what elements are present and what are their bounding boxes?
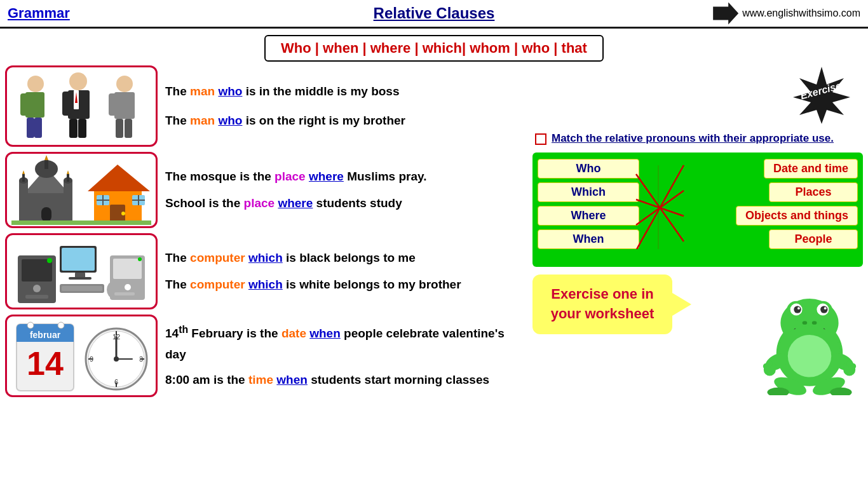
arrow-icon: [713, 3, 738, 25]
match-columns: Who Which Where When: [538, 159, 858, 249]
svg-text:6: 6: [114, 378, 118, 386]
building-text: The mosque is the place where Muslims pr…: [165, 166, 526, 214]
grammar-link[interactable]: Grammar: [8, 5, 70, 22]
example-people: The man who is in the middle is my boss …: [5, 65, 526, 147]
svg-rect-29: [64, 180, 72, 222]
svg-marker-28: [22, 170, 25, 174]
svg-marker-32: [67, 170, 69, 174]
svg-point-110: [767, 361, 773, 367]
match-instruction: Match the relative pronouns with their a…: [532, 132, 863, 145]
match-item-date-time[interactable]: Date and time: [764, 159, 858, 179]
svg-text:3: 3: [139, 355, 143, 363]
match-item-places[interactable]: Places: [769, 182, 858, 202]
svg-rect-53: [69, 277, 92, 280]
people-line2: The man who is on the right is my brothe…: [165, 111, 526, 131]
svg-point-60: [125, 284, 131, 290]
svg-point-14: [116, 76, 133, 92]
right-panel: Exercise Match the relative pronouns wit…: [532, 65, 863, 402]
exercise-star: Exercise: [780, 65, 863, 126]
svg-point-99: [824, 307, 827, 309]
frog-svg: [759, 274, 860, 395]
pronoun-text: Who | when | where | which| whom | who |…: [281, 40, 587, 56]
examples-panel: The man who is in the middle is my boss …: [5, 65, 526, 402]
match-table: Who Which Where When: [532, 152, 863, 267]
svg-rect-17: [124, 93, 132, 116]
computer-line2: The computer which is white belongs to m…: [165, 274, 526, 295]
computer-line1: The computer which is black belongs to m…: [165, 248, 526, 268]
match-item-when[interactable]: When: [538, 229, 639, 249]
pronoun-box: Who | when | where | which| whom | who |…: [264, 35, 604, 62]
page-title: Relative Clauses: [374, 4, 495, 22]
svg-point-82: [114, 356, 119, 362]
svg-rect-33: [41, 207, 51, 222]
svg-marker-35: [88, 165, 150, 191]
match-right-column: Date and time Places Objects and things …: [639, 159, 858, 249]
match-item-where[interactable]: Where: [538, 206, 639, 226]
svg-rect-31: [67, 174, 69, 182]
main-content: The man who is in the middle is my boss …: [0, 65, 868, 402]
star-container: Exercise: [532, 65, 863, 126]
svg-rect-19: [125, 119, 132, 138]
svg-point-113: [846, 361, 853, 367]
match-text: Match the relative pronouns with their a…: [552, 132, 834, 145]
website-prefix: www.englishwith: [742, 8, 817, 18]
svg-point-6: [69, 72, 87, 90]
people-svg: [11, 71, 151, 141]
svg-rect-46: [22, 259, 52, 281]
date-svg: februar 14 12 3: [11, 318, 151, 394]
svg-point-0: [27, 76, 44, 92]
svg-rect-52: [75, 273, 85, 278]
svg-rect-27: [22, 174, 25, 182]
match-item-objects[interactable]: Objects and things: [736, 206, 858, 226]
svg-rect-59: [113, 259, 142, 279]
svg-text:9: 9: [90, 355, 93, 363]
people-image: [5, 65, 158, 147]
svg-point-103: [788, 335, 831, 377]
svg-point-67: [27, 322, 34, 329]
building-line2: School is the place where students study: [165, 193, 526, 214]
date-text: 14th February is the date when people ce…: [165, 322, 526, 390]
example-building: The mosque is the place where Muslims pr…: [5, 152, 526, 228]
svg-rect-8: [62, 92, 71, 116]
svg-marker-24: [44, 155, 48, 160]
people-text: The man who is in the middle is my boss …: [165, 81, 526, 132]
svg-text:14: 14: [27, 345, 64, 382]
star-svg: Exercise: [780, 65, 863, 126]
svg-point-101: [812, 321, 817, 325]
frog-area: [672, 274, 863, 395]
building-image: [5, 152, 158, 228]
svg-point-37: [121, 212, 125, 215]
svg-rect-25: [19, 180, 28, 222]
svg-rect-48: [25, 295, 48, 299]
computer-image: [5, 233, 158, 309]
svg-rect-61: [114, 292, 135, 295]
svg-point-97: [820, 306, 827, 313]
svg-point-68: [58, 322, 64, 329]
match-item-which[interactable]: Which: [538, 182, 639, 202]
svg-rect-3: [34, 93, 42, 116]
example-date: februar 14 12 3: [5, 315, 526, 397]
people-line1: The man who is in the middle is my boss: [165, 81, 526, 102]
svg-rect-44: [11, 220, 151, 225]
svg-point-100: [803, 321, 808, 325]
building-line1: The mosque is the place where Muslims pr…: [165, 166, 526, 187]
svg-rect-9: [81, 92, 89, 116]
bubble-text: Exercise one in your worksheet: [551, 286, 654, 322]
example-computer: The computer which is black belongs to m…: [5, 233, 526, 309]
website-simo: simo: [817, 8, 839, 18]
match-item-people[interactable]: People: [769, 229, 858, 249]
checkbox-icon: [535, 133, 546, 145]
svg-point-47: [33, 285, 41, 292]
date-line2: 8:00 am is the time when students start …: [165, 370, 526, 390]
svg-rect-23: [44, 160, 48, 169]
svg-rect-10: [69, 119, 78, 138]
header: Grammar Relative Clauses www.englishwith…: [0, 0, 868, 29]
svg-rect-4: [27, 118, 34, 138]
website-text: www.englishwithsimo.com: [742, 8, 860, 19]
svg-point-62: [138, 257, 142, 261]
pronoun-bar: Who | when | where | which| whom | who |…: [0, 35, 868, 62]
building-svg: [11, 155, 151, 225]
exercise-bubble-container: Exercise one in your worksheet: [532, 274, 863, 395]
computer-text: The computer which is black belongs to m…: [165, 248, 526, 295]
match-item-who[interactable]: Who: [538, 159, 639, 179]
